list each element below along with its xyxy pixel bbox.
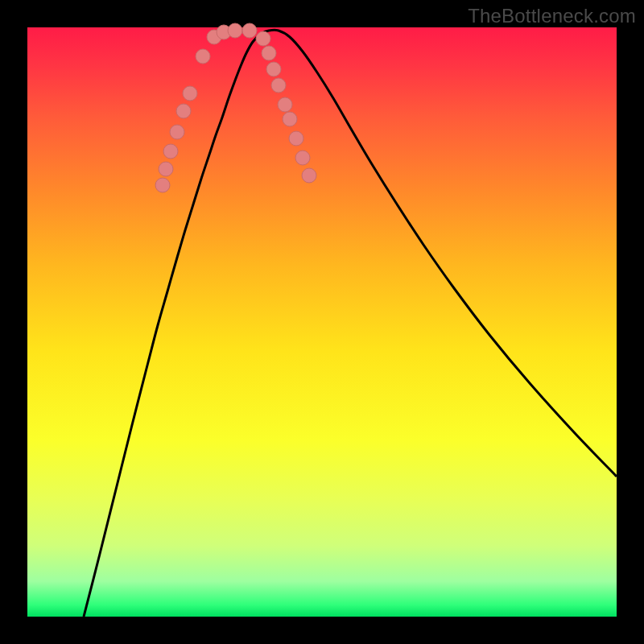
curve-marker bbox=[271, 78, 286, 93]
curve-marker bbox=[170, 125, 184, 139]
bottleneck-curve bbox=[84, 30, 617, 617]
curve-marker bbox=[256, 31, 270, 46]
chart-frame: TheBottleneck.com bbox=[0, 0, 644, 644]
curve-marker bbox=[196, 49, 210, 64]
curve-marker bbox=[289, 131, 303, 146]
curve-marker bbox=[283, 112, 297, 126]
curve-marker bbox=[155, 178, 170, 192]
curve-marker bbox=[163, 144, 178, 159]
attribution-label: TheBottleneck.com bbox=[468, 5, 636, 27]
curve-marker bbox=[159, 162, 173, 176]
curve-marker bbox=[295, 151, 310, 165]
curve-marker bbox=[302, 168, 316, 183]
curve-layer bbox=[27, 27, 617, 617]
curve-marker bbox=[183, 86, 197, 101]
curve-marker bbox=[242, 23, 257, 38]
curve-marker bbox=[176, 104, 191, 118]
curve-marker bbox=[278, 97, 292, 112]
curve-marker bbox=[228, 23, 242, 38]
curve-marker bbox=[266, 62, 281, 76]
curve-markers bbox=[155, 23, 316, 192]
curve-marker bbox=[262, 46, 276, 60]
